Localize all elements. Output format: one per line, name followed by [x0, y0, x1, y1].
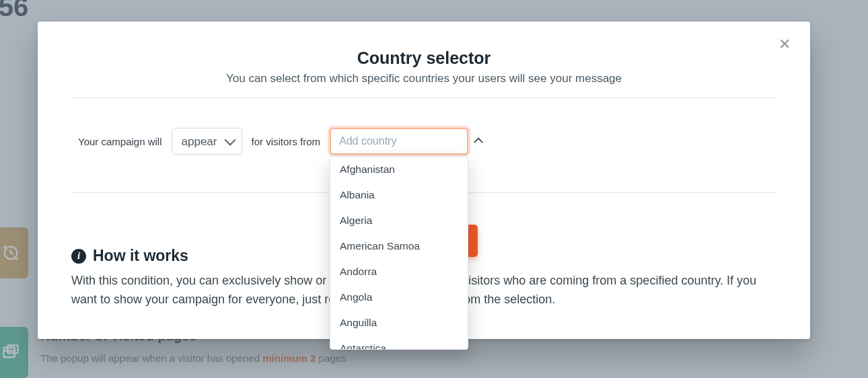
divider-top: [71, 98, 776, 98]
country-option[interactable]: American Samoa: [330, 233, 468, 259]
info-icon: i: [71, 249, 86, 264]
country-option[interactable]: Afghanistan: [330, 157, 468, 182]
country-option[interactable]: Anguilla: [330, 310, 468, 336]
country-selector-modal: ✕ Country selector You can select from w…: [38, 22, 810, 339]
chevron-up-icon[interactable]: [475, 137, 482, 146]
rule-prefix: Your campaign will: [78, 136, 162, 147]
modal-subtitle: You can select from which specific count…: [71, 72, 776, 85]
close-button[interactable]: ✕: [775, 35, 794, 54]
appearance-select[interactable]: appear: [172, 128, 242, 155]
country-combobox[interactable]: Afghanistan Albania Algeria American Sam…: [330, 128, 468, 155]
how-it-works-heading-text: How it works: [93, 247, 188, 265]
country-input[interactable]: [338, 135, 475, 148]
country-option[interactable]: Algeria: [330, 208, 468, 233]
country-option[interactable]: Andorra: [330, 259, 468, 285]
country-option[interactable]: Albania: [330, 182, 468, 208]
close-icon: ✕: [779, 36, 791, 53]
country-field[interactable]: [330, 128, 468, 155]
rule-suffix: for visitors from: [252, 136, 321, 147]
country-option[interactable]: Angola: [330, 285, 468, 310]
modal-title: Country selector: [71, 48, 776, 68]
rule-row: Your campaign will appear for visitors f…: [71, 128, 776, 155]
country-option[interactable]: Antarctica: [330, 336, 468, 349]
appearance-select-wrap: appear: [172, 128, 242, 155]
country-dropdown: Afghanistan Albania Algeria American Sam…: [330, 156, 468, 350]
